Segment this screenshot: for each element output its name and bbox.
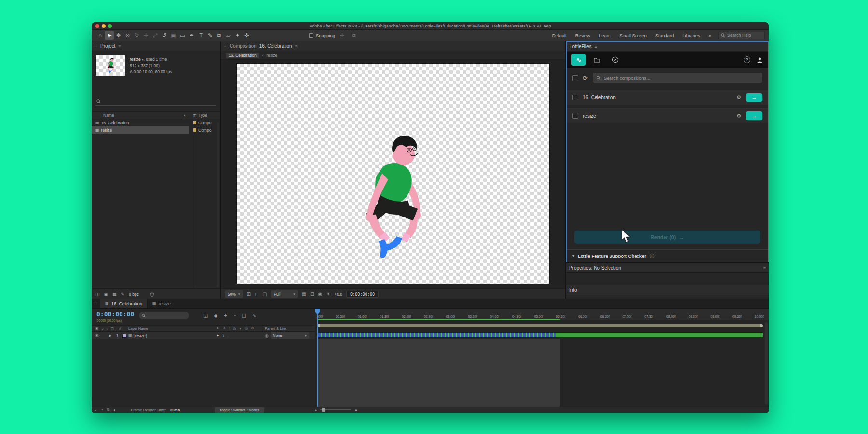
shy-toggle[interactable]: ✦ [217,334,219,338]
rotation-tool[interactable]: ↺ [160,31,169,40]
gear-icon[interactable]: ⚙ [736,95,741,101]
project-panel-header[interactable]: ∷ Project ≡ [92,41,220,51]
interpret-footage-icon[interactable]: ◫ [95,292,100,297]
transparency-grid-icon[interactable]: ▦ [302,291,306,297]
magnification-dropdown[interactable]: 50% ▾ [225,290,243,298]
puppet-pin-tool[interactable]: ✜ [242,31,251,40]
composition-timecode[interactable]: 0:00:00:00 [346,291,379,298]
timeline-search-field[interactable] [139,312,189,319]
compositions-search-field[interactable] [593,73,762,83]
panel-drag-handle[interactable]: ∷ [95,44,97,48]
column-header-parent[interactable]: Parent & Link [263,326,315,331]
graph-editor-icon[interactable]: ∿ [252,313,256,318]
hand-tool[interactable]: ✥ [114,31,123,40]
refresh-icon[interactable]: ⟳ [583,75,588,81]
composition-panel-header[interactable]: ∷ Composition 16. Celebration ≡ [221,41,565,51]
select-all-checkbox[interactable] [572,75,578,81]
help-search-input[interactable] [727,33,762,38]
layer-name-cell[interactable]: ▦ [resize] [121,333,217,338]
panel-menu-icon[interactable]: ≡ [763,266,766,271]
zoom-tool[interactable]: ⊙ [123,31,132,40]
zoom-in-mountain-icon[interactable]: ▲ [354,407,358,412]
zoom-slider-thumb[interactable] [322,408,325,412]
panel-drag-handle[interactable]: ∷ [224,44,227,48]
composition-mini-flowchart-icon[interactable]: ◱ [203,313,208,318]
properties-panel-header[interactable]: Properties: No Selection ≡ [566,263,769,273]
playhead-line[interactable] [317,309,318,407]
panel-menu-icon[interactable]: ≡ [295,44,298,49]
expander-chevron-icon[interactable]: ▶ [109,334,114,338]
home-tool[interactable]: ⌂ [95,31,105,40]
composition-viewport[interactable] [221,60,565,288]
workspace-default[interactable]: Default [552,33,567,38]
collapse-transformations-icon[interactable]: ☀ [223,326,226,330]
help-search-box[interactable] [718,32,765,39]
timeline-vertical-scrollbar[interactable] [765,322,768,405]
breadcrumb-current[interactable]: 16. Celebration [226,53,259,58]
snap-edges-icon[interactable]: ⧉ [349,31,358,40]
panel-menu-icon[interactable]: ≡ [118,44,121,49]
export-arrow-button[interactable]: → [746,111,762,120]
fast-previews-icon[interactable]: ⊡ [310,291,314,297]
composition-canvas[interactable] [237,64,549,284]
clone-stamp-tool[interactable]: ⧉ [215,31,224,40]
audio-icon[interactable]: ♪ [102,326,104,331]
lottiefiles-panel-header[interactable]: LottieFiles ≡ [567,42,768,52]
item-checkbox[interactable] [572,113,578,119]
timeline-status-icon-1[interactable]: ≡ [95,408,97,412]
timeline-status-icon-4[interactable]: ♦ [113,408,115,412]
pen-tool[interactable]: ✒ [187,31,196,40]
project-search-input[interactable] [103,99,215,104]
timeline-status-icon-3[interactable]: ⧉ [107,407,110,412]
column-header-type[interactable]: ◫ Type [189,113,207,118]
adjust-icon[interactable]: ✎ [121,292,125,297]
zoom-slider-track[interactable] [320,409,351,410]
info-panel-header[interactable]: Info [566,285,769,295]
panel-drag-handle[interactable]: ∷ [92,301,100,306]
solo-icon[interactable]: ○ [106,326,108,331]
chevron-collapse-icon[interactable]: ▾ [572,254,574,258]
hide-shy-layers-icon[interactable]: ✦ [223,313,227,318]
eye-icon[interactable] [95,327,99,330]
grid-options-icon[interactable]: ⊞ [247,291,251,297]
dolly-camera-tool[interactable]: ⤢ [150,31,160,40]
quality-icon[interactable]: \ [229,327,230,330]
frame-blending-icon[interactable]: ◔ [233,313,236,318]
work-area-end-handle[interactable] [760,324,763,327]
time-ruler[interactable]: :00f00:30f01:00f01:30f02:00f02:30f03:00f… [315,309,769,320]
toggle-switches-modes-button[interactable]: Toggle Switches / Modes [215,407,264,413]
project-scrollbar[interactable] [217,122,219,287]
eraser-tool[interactable]: ▱ [224,31,233,40]
layer-duration-bar[interactable] [317,333,763,337]
motion-blur-icon[interactable]: ◐ [240,327,242,330]
project-row-celebration[interactable]: ▦ 16. Celebration Compo [92,119,220,126]
type-tool[interactable]: T [196,31,205,40]
lottie-item-celebration[interactable]: 16. Celebration ⚙ → [567,90,768,105]
mask-visibility-icon[interactable]: ◻ [255,291,258,297]
timeline-time-area[interactable]: :00f00:30f01:00f01:30f02:00f02:30f03:00f… [315,309,769,407]
workspace-standard[interactable]: Standard [655,33,674,38]
color-depth-button[interactable]: 8 bpc [129,292,139,297]
workspace-overflow-button[interactable]: » [709,33,711,38]
workspace-small-screen[interactable]: Small Screen [619,33,647,38]
timeline-tab-celebration[interactable]: ▦ 16. Celebration [100,299,148,308]
fx-icon[interactable]: fx [233,327,236,330]
selection-tool[interactable]: ➤ [105,31,114,40]
timeline-status-icon-2[interactable]: ◔ [101,408,103,412]
mask-rectangle-tool[interactable]: ▭ [178,31,187,40]
lottiefiles-compositions-tab[interactable]: ∿ [571,54,586,66]
snap-options-icon[interactable]: ✛ [338,31,347,40]
workspace-learn[interactable]: Learn [599,33,610,38]
camera-snapshot-icon[interactable]: ◉ [318,291,323,297]
zoom-out-mountain-icon[interactable]: ▲ [314,408,317,411]
info-icon[interactable]: ⓘ [650,253,654,259]
resolution-dropdown[interactable]: Full ▾ [271,290,298,298]
exposure-icon[interactable]: ☀ [326,291,330,297]
exposure-value[interactable]: +0.0 [334,292,342,297]
timeline-search-input[interactable] [148,313,186,318]
discover-tab[interactable] [608,54,623,66]
motion-blur-icon[interactable]: ◫ [242,313,246,318]
adjustment-layer-icon[interactable]: ◎ [245,326,248,330]
pan-camera-tool[interactable]: ✛ [141,31,150,40]
workspace-review[interactable]: Review [575,33,590,38]
